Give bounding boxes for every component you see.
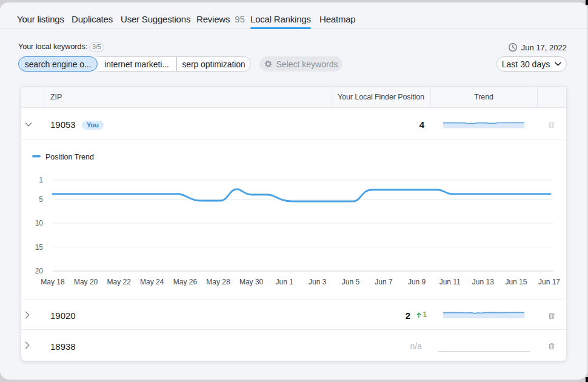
svg-text:Jun 9: Jun 9 — [408, 278, 426, 286]
svg-text:Jun 1: Jun 1 — [276, 278, 294, 286]
svg-text:15: 15 — [35, 243, 44, 252]
svg-text:20: 20 — [35, 267, 44, 275]
svg-text:Jun 3: Jun 3 — [309, 278, 327, 286]
svg-text:Position Trend: Position Trend — [45, 153, 94, 161]
svg-text:Jun 15: Jun 15 — [505, 278, 527, 286]
svg-text:May 20: May 20 — [74, 278, 98, 286]
svg-text:May 18: May 18 — [41, 278, 65, 286]
svg-text:Jun 17: Jun 17 — [538, 278, 560, 286]
svg-text:10: 10 — [35, 219, 44, 227]
svg-text:May 28: May 28 — [206, 278, 230, 286]
svg-text:May 22: May 22 — [107, 278, 132, 286]
svg-text:Jun 7: Jun 7 — [375, 278, 393, 286]
svg-text:May 26: May 26 — [173, 278, 198, 286]
svg-text:May 24: May 24 — [140, 278, 164, 286]
svg-text:May 30: May 30 — [239, 278, 264, 286]
svg-text:5: 5 — [39, 195, 43, 204]
svg-text:Jun 13: Jun 13 — [472, 278, 494, 286]
svg-text:Jun 5: Jun 5 — [342, 278, 360, 286]
svg-text:1: 1 — [39, 176, 43, 184]
svg-text:Jun 11: Jun 11 — [439, 278, 461, 286]
